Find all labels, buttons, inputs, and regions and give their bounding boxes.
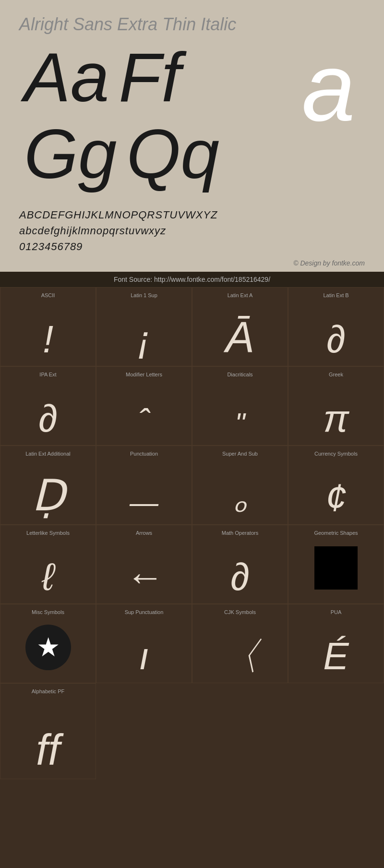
glyph-cell-arrows: Arrows ← — [96, 525, 192, 604]
glyph-cell-diacriticals: Diacriticals " — [192, 366, 288, 446]
glyph-char-latinextb: ∂ — [291, 320, 381, 359]
glyph-label-ascii: ASCII — [41, 292, 55, 298]
glyph-cell-superandsub: Super And Sub ₒ — [192, 446, 288, 525]
glyph-cell-alphabeticpf: Alphabetic PF ff — [0, 683, 96, 779]
copyright-bar: © Design by fontke.com — [0, 257, 384, 272]
glyph-label-geoshapes: Geometric Shapes — [314, 530, 358, 536]
glyph-cell-ascii: ASCII ! — [0, 287, 96, 366]
glyph-cell-letterlike: Letterlike Symbols ℓ — [0, 525, 96, 604]
alphabet-upper: ABCDEFGHIJKLMNOPQRSTUVWXYZ — [19, 207, 365, 223]
glyph-char-superandsub: ₒ — [195, 483, 285, 517]
glyph-label-latinexta: Latin Ext A — [228, 292, 253, 298]
glyph-char-currency: ¢ — [291, 479, 381, 517]
glyph-label-diacriticals: Diacriticals — [227, 372, 252, 377]
source-text: Font Source: http://www.fontke.com/font/… — [114, 276, 270, 283]
glyph-label-greek: Greek — [329, 372, 343, 377]
glyph-char-ipaext: ∂ — [3, 399, 93, 438]
glyph-cell-empty3 — [288, 683, 384, 779]
glyph-cell-punctuation: Punctuation — — [96, 446, 192, 525]
letter-a-white: a — [302, 39, 355, 135]
glyph-label-punctuation: Punctuation — [130, 451, 158, 457]
glyph-cell-misc: Misc Symbols ★ — [0, 604, 96, 683]
glyph-label-modletters: Modifier Letters — [126, 372, 162, 377]
glyph-label-mathop: Math Operators — [222, 530, 258, 536]
glyph-char-letterlike: ℓ — [3, 558, 93, 596]
glyph-char-alphabeticpf: ff — [3, 728, 93, 772]
glyph-char-arrows: ← — [99, 558, 189, 596]
glyph-label-latinextb: Latin Ext B — [323, 292, 348, 298]
glyph-cell-mathop: Math Operators ∂ — [192, 525, 288, 604]
top-section: Alright Sans Extra Thin Italic Aa Ff Gg … — [0, 0, 384, 202]
glyph-char-latinexta: Ā — [195, 315, 285, 359]
glyph-char-diacriticals: " — [195, 409, 285, 438]
glyph-char-geoshapes — [314, 546, 358, 590]
glyph-char-cjk: 〈 — [195, 637, 285, 675]
copyright-text: © Design by fontke.com — [293, 259, 365, 267]
alphabet-lower: abcdefghijklmnopqrstuvwxyz — [19, 223, 365, 239]
glyph-cell-modletters: Modifier Letters ˆ — [96, 366, 192, 446]
glyph-char-latin1sup: ¡ — [99, 320, 189, 359]
letter-Gg: Gg — [19, 116, 121, 193]
glyph-char-latinextadd: Ḍ — [3, 474, 93, 517]
glyph-label-currency: Currency Symbols — [314, 451, 358, 457]
glyph-grid: ASCII ! Latin 1 Sup ¡ Latin Ext A Ā Lati… — [0, 287, 384, 779]
glyph-char-suppunct: ı — [99, 637, 189, 675]
glyph-label-superandsub: Super And Sub — [222, 451, 258, 457]
glyph-cell-suppunct: Sup Punctuation ı — [96, 604, 192, 683]
glyph-cell-greek: Greek π — [288, 366, 384, 446]
source-bar: Font Source: http://www.fontke.com/font/… — [0, 272, 384, 287]
letter-Aa: Aa — [19, 39, 114, 116]
glyph-cell-latinextb: Latin Ext B ∂ — [288, 287, 384, 366]
glyph-char-mathop: ∂ — [195, 558, 285, 596]
glyph-cell-latinextadd: Latin Ext Additional Ḍ — [0, 446, 96, 525]
glyph-char-modletters: ˆ — [99, 404, 189, 438]
glyph-cell-empty1 — [96, 683, 192, 779]
glyph-cell-empty2 — [192, 683, 288, 779]
glyph-label-arrows: Arrows — [136, 530, 152, 536]
glyph-label-suppunct: Sup Punctuation — [125, 609, 164, 615]
glyph-cell-latinexta: Latin Ext A Ā — [192, 287, 288, 366]
glyph-label-misc: Misc Symbols — [32, 609, 64, 615]
glyph-label-ipaext: IPA Ext — [39, 372, 56, 377]
letter-Qq: Qq — [121, 116, 224, 193]
alphabet-section: ABCDEFGHIJKLMNOPQRSTUVWXYZ abcdefghijklm… — [0, 202, 384, 257]
font-title: Alright Sans Extra Thin Italic — [19, 14, 365, 35]
letter-Ff: Ff — [114, 39, 185, 116]
glyph-char-ascii: ! — [3, 320, 93, 359]
glyph-char-pua: É — [291, 637, 381, 675]
glyph-cell-pua: PUA É — [288, 604, 384, 683]
glyph-label-alphabeticpf: Alphabetic PF — [32, 688, 64, 694]
glyph-label-latinextadd: Latin Ext Additional — [25, 451, 71, 457]
glyph-char-misc: ★ — [25, 625, 71, 670]
glyph-label-pua: PUA — [331, 609, 342, 615]
glyph-label-latin1sup: Latin 1 Sup — [131, 292, 157, 298]
glyph-cell-geoshapes: Geometric Shapes — [288, 525, 384, 604]
glyph-label-letterlike: Letterlike Symbols — [26, 530, 70, 536]
glyph-cell-currency: Currency Symbols ¢ — [288, 446, 384, 525]
letter-showcase: Aa Ff Gg Qq a — [19, 39, 365, 193]
digits: 0123456789 — [19, 239, 365, 254]
glyph-char-greek: π — [291, 399, 381, 438]
glyph-char-punctuation: — — [99, 488, 189, 517]
glyph-cell-latin1sup: Latin 1 Sup ¡ — [96, 287, 192, 366]
glyph-cell-ipaext: IPA Ext ∂ — [0, 366, 96, 446]
glyph-label-cjk: CJK Symbols — [224, 609, 256, 615]
glyph-cell-cjk: CJK Symbols 〈 — [192, 604, 288, 683]
